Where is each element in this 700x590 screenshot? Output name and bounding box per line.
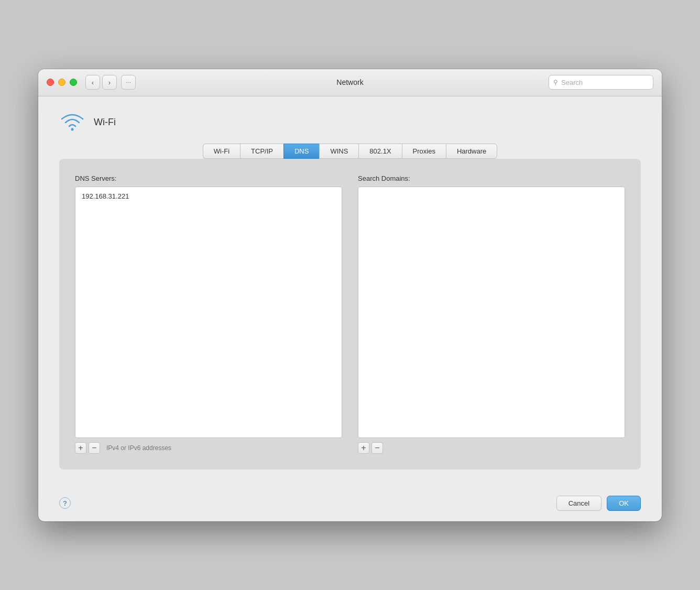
tab-dns[interactable]: DNS [283,144,319,159]
tab-tcpip[interactable]: TCP/IP [240,144,283,159]
tab-hardware[interactable]: Hardware [446,144,497,159]
domains-add-button[interactable]: + [358,442,369,454]
tab-wins[interactable]: WINS [319,144,358,159]
nav-buttons: ‹ › [85,75,117,90]
dns-servers-label: DNS Servers: [75,174,342,182]
back-button[interactable]: ‹ [85,75,100,90]
dns-servers-list[interactable]: 192.168.31.221 [75,187,342,438]
search-domains-column: Search Domains: + − [358,174,625,454]
close-button[interactable] [47,79,54,86]
svg-point-0 [71,128,74,130]
dns-servers-column: DNS Servers: 192.168.31.221 + − IPv4 or … [75,174,342,454]
search-placeholder: Search [561,79,583,86]
dns-panel: DNS Servers: 192.168.31.221 + − IPv4 or … [59,159,641,469]
cancel-button[interactable]: Cancel [556,496,601,511]
dns-servers-controls: + − IPv4 or IPv6 addresses [75,442,342,454]
content-area: Wi-Fi Wi-Fi TCP/IP DNS WINS 802.1X Proxi… [38,96,662,485]
domains-remove-button[interactable]: − [371,442,383,454]
tab-wifi[interactable]: Wi-Fi [203,144,240,159]
window-title: Network [336,78,363,86]
panel-inner: DNS Servers: 192.168.31.221 + − IPv4 or … [75,174,625,454]
wifi-label: Wi-Fi [94,117,116,128]
wifi-header: Wi-Fi [59,112,641,133]
help-button[interactable]: ? [59,497,71,509]
tab-8021x[interactable]: 802.1X [358,144,401,159]
network-window: ‹ › ⋯ Network ⚲ Search [38,69,662,521]
ok-button[interactable]: OK [607,496,641,511]
search-domains-label: Search Domains: [358,174,625,182]
dns-add-button[interactable]: + [75,442,86,454]
dns-remove-button[interactable]: − [89,442,100,454]
title-bar: ‹ › ⋯ Network ⚲ Search [38,69,662,96]
search-bar[interactable]: ⚲ Search [549,75,653,90]
wifi-icon [59,112,85,133]
minimize-button[interactable] [58,79,65,86]
grid-button[interactable]: ⋯ [121,75,136,90]
tab-proxies[interactable]: Proxies [402,144,446,159]
list-item: 192.168.31.221 [80,191,337,201]
tab-bar: Wi-Fi TCP/IP DNS WINS 802.1X Proxies Har… [59,144,641,159]
forward-button[interactable]: › [102,75,117,90]
traffic-lights [47,79,77,86]
dns-hint: IPv4 or IPv6 addresses [106,444,171,452]
bottom-bar: ? Cancel OK [38,485,662,521]
search-domains-controls: + − [358,442,625,454]
search-domains-list[interactable] [358,187,625,438]
search-icon: ⚲ [553,79,558,86]
action-buttons: Cancel OK [556,496,641,511]
maximize-button[interactable] [70,79,77,86]
